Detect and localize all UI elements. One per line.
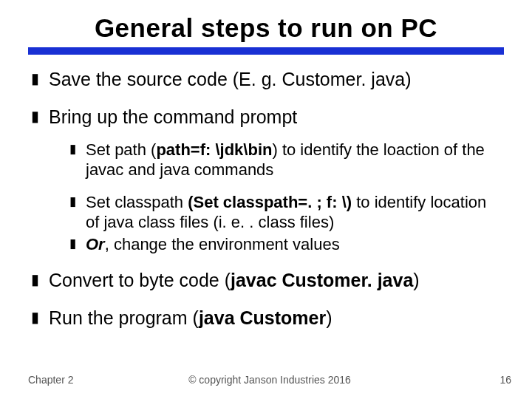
bullet-2-sub-1: Set path (path=f: \jdk\bin) to identify … — [69, 140, 504, 180]
b4-post: ) — [326, 307, 332, 328]
b4-bold: java Customer — [199, 307, 326, 328]
b2s1-bold: path=f: \jdk\bin — [156, 140, 272, 159]
slide: General steps to run on PC Save the sour… — [0, 0, 532, 399]
bullet-2-sub-3: Or, change the environment values — [69, 234, 504, 255]
bullet-4: Run the program (java Customer) — [31, 307, 504, 330]
bullet-1: Save the source code (E. g. Customer. ja… — [31, 68, 504, 91]
b2s2-bold: (Set classpath=. ; f: \) — [188, 193, 352, 211]
b4-pre: Run the program ( — [49, 307, 199, 328]
slide-title: General steps to run on PC — [28, 13, 504, 43]
footer: Chapter 2 © copyright Janson Industries … — [28, 374, 511, 386]
b2s1-pre: Set path ( — [86, 140, 156, 159]
b3-post: ) — [413, 270, 419, 290]
bullet-3: Convert to byte code (javac Customer. ja… — [31, 269, 504, 292]
b2s2-pre: Set classpath — [86, 193, 188, 211]
bullet-list: Save the source code (E. g. Customer. ja… — [31, 68, 504, 330]
title-underline — [28, 47, 504, 55]
bullet-1-text: Save the source code (E. g. Customer. ja… — [49, 69, 412, 89]
bullet-2: Bring up the command prompt Set path (pa… — [31, 106, 504, 254]
b3-pre: Convert to byte code ( — [49, 270, 231, 290]
bullet-2-sublist: Set path (path=f: \jdk\bin) to identify … — [69, 140, 504, 255]
b2s3-post: , change the environment values — [105, 235, 340, 253]
footer-copyright: © copyright Janson Industries 2016 — [28, 374, 511, 386]
bullet-2-text: Bring up the command prompt — [49, 106, 297, 127]
b2s3-pre: Or — [86, 235, 105, 253]
bullet-2-sub-2: Set classpath (Set classpath=. ; f: \) t… — [69, 192, 504, 233]
b3-bold: javac Customer. java — [231, 270, 413, 290]
